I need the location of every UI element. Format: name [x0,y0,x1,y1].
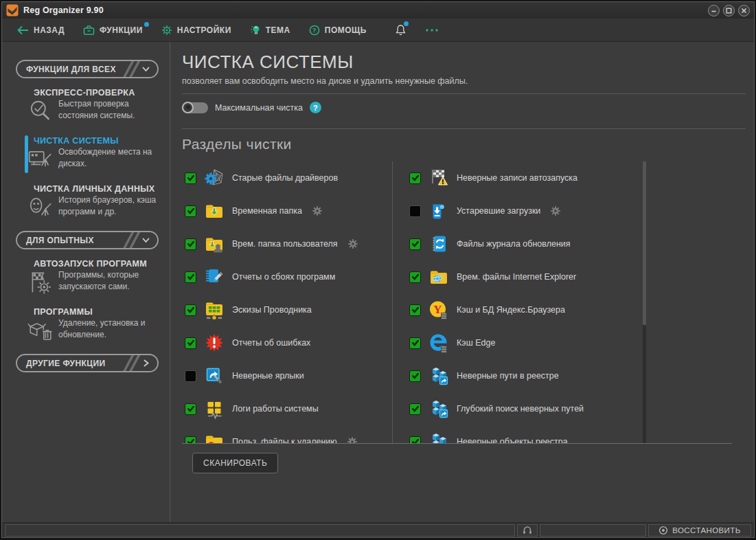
sidebar-item-express-check[interactable]: ЭКСПРЕСС-ПРОВЕРКАБыстрая проверка состоя… [2,87,170,126]
cleanup-row-label: Неверные объекты реестра [457,437,568,443]
cleanup-row: Врем. файлы Internet Explorer [409,260,626,293]
checkbox-unchecked[interactable] [409,205,421,217]
page-subtitle: позволяет вам освободить место на диске … [182,76,748,86]
checkbox-checked[interactable] [185,337,196,349]
theme-button[interactable]: ТЕМА [250,24,290,36]
cleanup-row: Временная папка [185,194,392,227]
sections-title: Разделы чистки [182,136,748,153]
stripes-decoration [127,355,136,372]
checkbox-checked[interactable] [185,205,196,217]
checkbox-unchecked[interactable] [185,370,196,382]
statusbar: ВОССТАНОВИТЬ [2,522,754,537]
back-button[interactable]: НАЗАД [17,25,65,35]
minimize-button[interactable] [708,5,720,16]
restore-icon [658,526,668,535]
cleanup-row: Неверные объекты реестра [409,425,626,443]
row-settings-gear-icon[interactable] [312,205,323,216]
cleanup-row-label: Неверные записи автозапуска [457,173,577,183]
checkbox-checked[interactable] [409,436,421,444]
checkbox-checked[interactable] [409,370,421,382]
error-burst-icon [204,333,225,353]
monitor-broom-icon [27,146,54,172]
cleanup-row: Эскизы Проводника [185,293,392,326]
checkbox-checked[interactable] [409,271,421,283]
notifications-button[interactable] [395,24,406,36]
max-clean-toggle[interactable] [182,102,208,113]
status-secondary-area [540,524,646,537]
sidebar-item-system-cleanup[interactable]: ЧИСТКА СИСТЕМЫОсвобождение места на диск… [2,135,170,174]
app-logo-icon [6,4,19,16]
sidebar-item-autorun-programs[interactable]: АВТОЗАПУСК ПРОГРАММПрограммы, которые за… [2,258,170,297]
lightbulb-icon [250,24,261,36]
functions-badge [144,22,149,27]
sidebar-item-description: Удаление, установка и обновление. [58,317,163,344]
sidebar-item-private-data-cleanup[interactable]: ЧИСТКА ЛИЧНЫХ ДАННЫХИстория браузеров, к… [2,183,170,222]
cleanup-row-label: Отчеты об ошибках [232,338,310,348]
sidebar-item-title: АВТОЗАПУСК ПРОГРАММ [34,259,170,269]
sidebar-group-other-functions[interactable]: ДРУГИЕ ФУНКЦИИ [16,354,159,372]
windows-pulse-icon [204,398,225,419]
flag-gear-icon [27,269,54,295]
cleanup-row-label: Кэш Edge [457,338,495,348]
functions-button[interactable]: ФУНКЦИИ [83,25,143,36]
more-button[interactable] [425,28,439,32]
support-button[interactable] [517,524,538,537]
scan-button[interactable]: СКАНИРОВАТЬ [192,453,278,473]
cleanup-row: Неверные записи автозапуска [409,161,626,194]
settings-button[interactable]: НАСТРОЙКИ [161,25,231,36]
checkbox-checked[interactable] [409,172,421,184]
folder-globe-icon [428,267,449,287]
checkbox-checked[interactable] [409,403,421,415]
stripes-decoration [127,232,136,249]
status-message-area [5,524,515,537]
cleanup-row: Глубокий поиск неверных путей [409,392,626,425]
cleanup-row-label: Устаревшие загрузки [457,206,540,216]
help-label: ПОМОЩЬ [325,25,367,35]
gear-icon [161,25,172,36]
cleanup-sections-list: Старые файлы драйверовВременная папкаВре… [182,161,646,443]
checkbox-checked[interactable] [185,304,196,316]
checkbox-checked[interactable] [185,271,196,283]
cleanup-row: Устаревшие загрузки [409,194,626,227]
checkbox-checked[interactable] [185,436,196,444]
sidebar-item-programs[interactable]: ПРОГРАММЫУдаление, установка и обновлени… [2,306,170,345]
cleanup-row-label: Логи работы системы [232,404,319,414]
cleanup-row: Файлы журнала обновления [409,227,626,260]
checkbox-checked[interactable] [409,304,421,316]
close-button[interactable] [738,5,750,16]
checkbox-checked[interactable] [409,238,421,250]
maximize-button[interactable] [723,5,735,16]
checkbox-checked[interactable] [185,172,196,184]
checkbox-checked[interactable] [409,337,421,349]
cleanup-row-label: Эскизы Проводника [232,305,312,315]
settings-label: НАСТРОЙКИ [177,25,231,35]
restore-label: ВОССТАНОВИТЬ [672,526,740,535]
sidebar-item-title: ЧИСТКА ЛИЧНЫХ ДАННЫХ [34,184,170,194]
checkbox-checked[interactable] [185,403,196,415]
sidebar-group-advanced[interactable]: ДЛЯ ОПЫТНЫХ [16,231,159,249]
help-button[interactable]: ? ПОМОЩЬ [309,25,367,36]
list-scrollbar[interactable] [643,161,646,443]
cleanup-row-label: Отчеты о сбоях программ [232,272,335,282]
row-settings-gear-icon[interactable] [550,205,561,216]
folder-thumbnails-icon [204,300,225,320]
sidebar-group-all-functions[interactable]: ФУНКЦИИ ДЛЯ ВСЕХ [16,60,159,78]
stripes-decoration [127,60,136,78]
checkbox-checked[interactable] [185,238,196,250]
shortcut-tool-icon [204,365,225,386]
sidebar-group-label: ФУНКЦИИ ДЛЯ ВСЕХ [26,65,116,74]
sidebar-item-description: Программы, которые запускаются сами. [58,269,163,295]
row-settings-gear-icon[interactable] [347,238,358,249]
divider [182,128,746,129]
cleanup-row: Неверные ярлыки [185,359,392,392]
cleanup-row-label: Файлы журнала обновления [457,239,571,249]
max-clean-help-icon[interactable]: ? [310,102,321,113]
box-trash-icon [27,317,54,344]
toolbar: НАЗАД ФУНКЦИИ НАСТРОЙКИ ТЕМА ? ПОМОЩЬ [2,19,754,42]
restore-button[interactable]: ВОССТАНОВИТЬ [648,524,751,537]
row-settings-gear-icon[interactable] [347,436,358,443]
cleanup-row-label: Польз. файлы к удалению [232,437,337,443]
arrow-left-icon [17,25,29,35]
cleanup-row-label: Неверные пути в реестре [457,371,559,381]
svg-text:?: ? [312,27,317,34]
